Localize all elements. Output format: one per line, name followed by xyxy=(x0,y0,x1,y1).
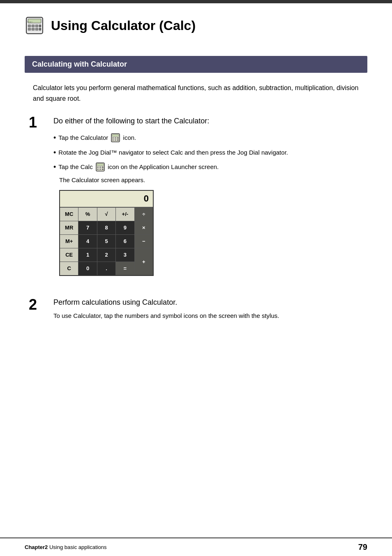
svg-rect-17 xyxy=(115,139,116,141)
calc-btn-7[interactable]: 7 xyxy=(78,221,97,234)
intro-text: Calculator lets you perform general math… xyxy=(33,83,367,104)
svg-rect-9 xyxy=(39,28,41,30)
footer: Chapter2 Using basic applications 79 xyxy=(0,537,392,556)
bullet-dot-2: • xyxy=(53,148,56,158)
page-content: ×÷+− Using Calculator (Calc) Calculating… xyxy=(0,3,392,365)
step-2-body: To use Calculator, tap the numbers and s… xyxy=(53,311,367,321)
calc-btn-4[interactable]: 4 xyxy=(78,235,97,248)
svg-rect-4 xyxy=(35,25,38,27)
bullet-item-1: • Tap the Calculator xyxy=(53,133,367,143)
bullet-text-2: Rotate the Jog Dial™ navigator to select… xyxy=(58,148,367,158)
section-header: Calculating with Calculator xyxy=(25,56,367,73)
svg-rect-14 xyxy=(115,137,116,139)
calc-btn-multiply[interactable]: × xyxy=(135,221,153,234)
calculator-screenshot: 0 MC % √ +/- ÷ MR 7 8 9 × M+ xyxy=(59,190,154,276)
svg-rect-15 xyxy=(117,137,119,139)
step-1-title: Do either of the following to start the … xyxy=(53,116,367,126)
svg-rect-8 xyxy=(35,28,38,30)
step-1-number: 1 xyxy=(29,114,45,284)
calc-btn-1[interactable]: 1 xyxy=(78,248,97,262)
step-2-title: Perform calculations using Calculator. xyxy=(53,298,367,307)
bullet-dot-1: • xyxy=(53,133,56,143)
bullet-item-2: • Rotate the Jog Dial™ navigator to sele… xyxy=(53,148,367,158)
svg-rect-23 xyxy=(102,167,104,168)
svg-rect-16 xyxy=(112,139,114,141)
step-1-content: Do either of the following to start the … xyxy=(53,114,367,284)
bullet-text-1: Tap the Calculator xyxy=(58,133,367,143)
footer-chapter: Chapter2 xyxy=(25,544,48,550)
calc-btn-ce[interactable]: CE xyxy=(60,248,78,262)
svg-rect-21 xyxy=(97,167,99,168)
calc-btn-3[interactable]: 3 xyxy=(116,248,134,262)
calc-btn-6[interactable]: 6 xyxy=(116,235,134,248)
calc-btn-equals[interactable]: = xyxy=(116,262,134,275)
calculator-title-icon: ×÷+− xyxy=(25,16,44,35)
step-2: 2 Perform calculations using Calculator.… xyxy=(29,296,367,321)
calc-btn-2[interactable]: 2 xyxy=(97,248,115,262)
calc-btn-c[interactable]: C xyxy=(60,262,78,275)
calc-btn-percent[interactable]: % xyxy=(78,208,97,221)
svg-rect-22 xyxy=(99,167,101,168)
calc-display: 0 xyxy=(60,191,153,207)
calc-btn-8[interactable]: 8 xyxy=(97,221,115,234)
svg-rect-20 xyxy=(97,164,104,166)
bullet-dot-3: • xyxy=(53,162,56,172)
calc-btn-mr[interactable]: MR xyxy=(60,221,78,234)
calc-btn-divide[interactable]: ÷ xyxy=(135,208,153,221)
svg-rect-7 xyxy=(32,28,35,30)
bullet-item-3: • Tap the Calc xyxy=(53,162,367,172)
svg-rect-13 xyxy=(112,137,114,139)
page-title-area: ×÷+− Using Calculator (Calc) xyxy=(25,16,367,39)
svg-rect-24 xyxy=(97,169,99,170)
footer-left: Chapter2 Using basic applications xyxy=(25,544,106,550)
bullet-list: • Tap the Calculator xyxy=(53,133,367,172)
svg-text:×÷+−: ×÷+− xyxy=(27,21,33,23)
calc-btn-sqrt[interactable]: √ xyxy=(97,208,115,221)
step-2-content: Perform calculations using Calculator. T… xyxy=(53,296,367,321)
calc-btn-9[interactable]: 9 xyxy=(116,221,134,234)
calc-keypad: MC % √ +/- ÷ MR 7 8 9 × M+ 4 5 6 − xyxy=(60,207,153,275)
page-title: Using Calculator (Calc) xyxy=(51,18,196,33)
top-bar xyxy=(0,0,392,3)
calc-btn-mc[interactable]: MC xyxy=(60,208,78,221)
step-2-number: 2 xyxy=(29,296,45,321)
svg-rect-3 xyxy=(32,25,35,27)
svg-rect-12 xyxy=(112,134,119,137)
calc-btn-minus[interactable]: − xyxy=(135,235,153,248)
sub-text: The Calculator screen appears. xyxy=(59,176,367,183)
footer-page-number: 79 xyxy=(358,542,367,552)
calc-btn-mplus[interactable]: M+ xyxy=(60,235,78,248)
svg-rect-18 xyxy=(117,139,119,141)
svg-rect-25 xyxy=(99,169,101,170)
calc-btn-plus[interactable]: + xyxy=(135,248,153,275)
svg-rect-5 xyxy=(39,25,41,27)
svg-rect-26 xyxy=(102,169,104,170)
bullet-text-3: Tap the Calc xyxy=(58,162,367,172)
footer-chapter-text: Using basic applications xyxy=(48,544,106,550)
calc-btn-5[interactable]: 5 xyxy=(97,235,115,248)
calc-btn-plusminus[interactable]: +/- xyxy=(116,208,134,221)
calc-btn-decimal[interactable]: . xyxy=(97,262,115,275)
svg-rect-2 xyxy=(28,25,31,27)
calculator-inline-icon-2 xyxy=(96,162,105,171)
calc-btn-0[interactable]: 0 xyxy=(78,262,97,275)
step-1: 1 Do either of the following to start th… xyxy=(29,114,367,284)
calculator-inline-icon-1 xyxy=(111,133,120,142)
svg-rect-6 xyxy=(28,28,31,30)
